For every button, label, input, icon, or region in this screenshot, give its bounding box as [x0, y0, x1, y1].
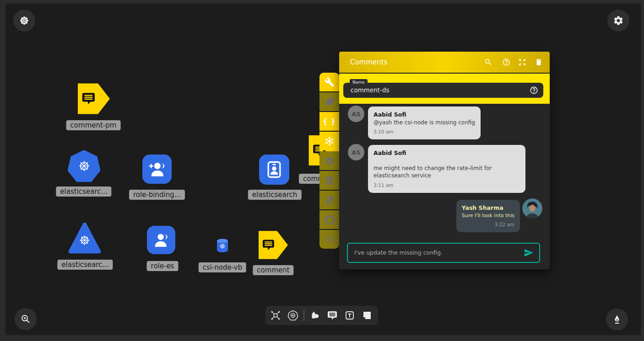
avatar-photo [522, 198, 542, 218]
tag-icon [325, 97, 335, 107]
node-label: csi-node-vb [199, 262, 246, 272]
github-icon [325, 215, 335, 225]
shapes-icon[interactable] [309, 310, 320, 321]
cylinder-shape [216, 238, 229, 253]
message-bubble: Aabid Sofi @yash the csi-node is missing… [368, 107, 481, 139]
settings-gear-icon [613, 15, 624, 26]
doc-search-icon [325, 176, 335, 186]
avatar: AS [348, 144, 364, 160]
user-photo [522, 198, 542, 218]
expand-icon[interactable] [518, 58, 526, 66]
node-label: elasticsearch [248, 190, 302, 200]
app-menu-button[interactable] [13, 10, 35, 32]
search-icon[interactable] [484, 58, 492, 66]
message-author: Aabid Sofi [373, 149, 520, 157]
note-icon[interactable] [362, 310, 373, 321]
node-comment[interactable] [259, 231, 288, 259]
comment-icon[interactable] [327, 310, 338, 321]
message-time: 3:22 am [462, 221, 514, 228]
comments-panel: Comments Name AS Aabid Sofi @yash the cs… [339, 52, 550, 269]
arrow-pentagon-shape [259, 231, 288, 259]
gear-icon [325, 156, 335, 166]
node-csi-node-vb[interactable] [216, 238, 229, 253]
message-text: Sure I'll look into this [462, 212, 514, 219]
flowchart-icon[interactable] [270, 310, 281, 321]
node-role-binding[interactable] [142, 155, 172, 184]
comment-composer[interactable] [347, 243, 540, 263]
message-bubble: Yash Sharma Sure I'll look into this 3:2… [456, 200, 520, 232]
text-icon[interactable] [344, 310, 355, 321]
node-elasticsearch-sa[interactable] [259, 155, 289, 185]
toolbar-settings-button[interactable] [319, 151, 339, 170]
canvas-toolbar [265, 306, 378, 325]
pen-nib-icon [612, 314, 622, 325]
toolbar-tags-button[interactable] [319, 92, 339, 111]
help-icon[interactable] [502, 58, 510, 66]
toolbar-history-button[interactable] [319, 230, 339, 249]
zoom-in-icon [20, 314, 31, 325]
node-role-es[interactable] [147, 226, 175, 254]
message-bubble: Aabid Sofi me might need to change the r… [368, 145, 525, 193]
toolbar-doc-search-button[interactable] [319, 171, 339, 190]
triangle-shape [68, 221, 102, 254]
shield-icon [325, 195, 335, 205]
name-field[interactable] [343, 83, 543, 98]
message-author: Yash Sharma [462, 204, 514, 212]
help-icon[interactable] [530, 86, 538, 95]
node-label: role-es [147, 261, 179, 271]
toolbar-configure-button[interactable] [319, 73, 339, 91]
node-label: elasticsearc... [56, 186, 111, 197]
flower-icon [19, 15, 30, 26]
toolbar-divider [303, 310, 304, 321]
history-icon [325, 234, 335, 245]
kubernetes-icon [220, 244, 225, 249]
comment-input[interactable] [353, 249, 515, 256]
braces-icon: { } [323, 117, 336, 126]
panel-title: Comments [350, 58, 387, 66]
toolbar-hub-button[interactable] [319, 132, 339, 150]
pen-tool-button[interactable] [606, 309, 628, 330]
user-add-icon [147, 160, 167, 179]
zoom-button[interactable] [15, 308, 37, 330]
node-elasticsearch-tri[interactable] [68, 221, 102, 254]
app-window: comment-pm elasticsearc... role-binding.… [0, 0, 644, 341]
node-comment-pm[interactable] [78, 83, 110, 114]
wrench-icon [325, 77, 335, 87]
message-author: Aabid Sofi [373, 111, 475, 119]
node-label: role-binding... [129, 190, 185, 200]
node-label: comment [253, 265, 293, 275]
message-time: 3:10 am [373, 128, 475, 135]
toolbar-github-button[interactable] [319, 210, 339, 229]
comments-panel-header[interactable]: Comments [339, 52, 550, 73]
name-field-label: Name [350, 79, 368, 85]
message-time: 3:11 am [373, 182, 520, 189]
kubernetes-icon[interactable] [287, 310, 298, 321]
node-elasticsearch-pod[interactable] [68, 150, 100, 182]
trash-icon[interactable] [535, 58, 543, 66]
kubernetes-icon [79, 161, 89, 171]
avatar: AS [348, 106, 364, 122]
message-text: me might need to change the rate-limit f… [373, 165, 520, 180]
toolbar-security-button[interactable] [319, 191, 339, 209]
heptagon-shape [68, 150, 100, 182]
user-icon [152, 231, 170, 249]
name-input[interactable] [350, 86, 521, 94]
hub-icon [325, 136, 335, 146]
toolbar-json-button[interactable]: { } [319, 112, 339, 131]
node-label: comment-pm [66, 120, 121, 130]
message-text: @yash the csi-node is missing config [373, 119, 475, 127]
send-icon[interactable] [524, 248, 534, 258]
service-account-icon [264, 160, 284, 180]
node-label: elasticsearc... [57, 260, 113, 270]
settings-button[interactable] [607, 10, 629, 32]
arrow-pentagon-shape [78, 83, 110, 114]
kubernetes-icon [80, 235, 89, 245]
